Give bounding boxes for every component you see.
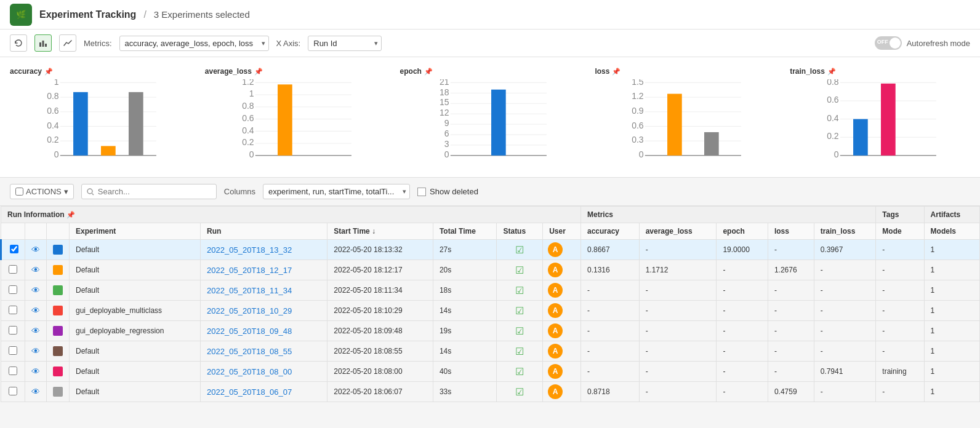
row-epoch-3: -	[717, 301, 768, 321]
search-input[interactable]	[98, 187, 211, 196]
row-status-1: ☑	[497, 260, 543, 280]
pin-icon: 📌	[827, 68, 836, 76]
row-checkbox-1[interactable]	[9, 265, 17, 274]
row-checkbox-4[interactable]	[9, 326, 17, 335]
run-link-2[interactable]: 2022_05_20T18_11_34	[207, 286, 292, 295]
row-checkbox-cell-6[interactable]	[1, 362, 25, 382]
row-epoch-5: -	[717, 341, 768, 362]
row-checkbox-3[interactable]	[9, 306, 17, 314]
columns-select[interactable]: experiment, run, startTime, totalTi...	[263, 184, 410, 199]
xaxis-select[interactable]: Run Id	[308, 36, 382, 51]
line-chart-view-button[interactable]	[59, 34, 76, 52]
table-row: 👁Default2022_05_20T18_08_002022-05-20 18…	[1, 362, 980, 382]
color-dot-1	[53, 265, 63, 275]
row-run-4[interactable]: 2022_05_20T18_09_48	[201, 321, 327, 341]
run-link-5[interactable]: 2022_05_20T18_08_55	[207, 347, 292, 356]
svg-text:0.8: 0.8	[827, 79, 839, 87]
eye-icon-2[interactable]: 👁	[31, 285, 40, 295]
row-checkbox-cell-2[interactable]	[1, 280, 25, 301]
svg-rect-82	[853, 119, 868, 156]
color-dot-6	[53, 367, 63, 376]
eye-icon-1[interactable]: 👁	[31, 265, 40, 275]
row-start-time-6: 2022-05-20 18:08:00	[327, 362, 433, 382]
row-checkbox-2[interactable]	[9, 285, 17, 294]
svg-text:0.8: 0.8	[242, 101, 254, 111]
run-link-0[interactable]: 2022_05_20T18_13_32	[207, 245, 292, 255]
eye-icon-4[interactable]: 👁	[31, 326, 40, 336]
row-run-3[interactable]: 2022_05_20T18_10_29	[201, 301, 327, 321]
refresh-button[interactable]	[10, 34, 27, 52]
col-header-start_time[interactable]: Start Time ↓	[327, 223, 433, 240]
run-link-7[interactable]: 2022_05_20T18_06_07	[207, 387, 292, 397]
row-train-loss-7: -	[814, 382, 876, 402]
row-total-time-3: 14s	[433, 301, 497, 321]
row-checkbox-cell-5[interactable]	[1, 341, 25, 362]
actions-checkbox[interactable]	[15, 188, 23, 196]
row-eye-cell-7[interactable]: 👁	[25, 382, 47, 402]
actions-button[interactable]: ACTIONS ▾	[10, 184, 74, 199]
show-deleted-label: Show deleted	[430, 187, 478, 196]
svg-text:12: 12	[440, 108, 449, 117]
row-eye-cell-0[interactable]: 👁	[25, 240, 47, 260]
row-checkbox-0[interactable]	[10, 245, 18, 253]
columns-select-wrapper[interactable]: experiment, run, startTime, totalTi...	[263, 184, 410, 199]
pin-icon: 📌	[254, 68, 263, 76]
row-run-7[interactable]: 2022_05_20T18_06_07	[201, 382, 327, 402]
svg-text:1: 1	[54, 79, 59, 87]
row-loss-2: -	[768, 280, 814, 301]
xaxis-select-wrapper[interactable]: Run Id	[308, 36, 382, 51]
autorefresh-toggle[interactable]: OFF	[875, 36, 902, 50]
row-train-loss-2: -	[814, 280, 876, 301]
row-experiment-3: gui_deployable_multiclass	[70, 301, 201, 321]
run-link-6[interactable]: 2022_05_20T18_08_00	[207, 367, 292, 376]
row-checkbox-cell-4[interactable]	[1, 321, 25, 341]
row-total-time-6: 40s	[433, 362, 497, 382]
row-run-2[interactable]: 2022_05_20T18_11_34	[201, 280, 327, 301]
metrics-label: Metrics:	[84, 39, 112, 48]
eye-icon-6[interactable]: 👁	[31, 367, 40, 376]
run-link-4[interactable]: 2022_05_20T18_09_48	[207, 327, 292, 336]
row-checkbox-5[interactable]	[9, 346, 17, 355]
eye-icon-7[interactable]: 👁	[31, 387, 40, 397]
metrics-select-wrapper[interactable]: accuracy, average_loss, epoch, loss	[119, 36, 269, 51]
chart-title-average_loss: average_loss 📌	[205, 67, 385, 76]
row-user-6: A	[543, 362, 581, 382]
row-checkbox-6[interactable]	[9, 367, 17, 375]
search-input-wrapper[interactable]	[81, 184, 217, 199]
show-deleted-area[interactable]: Show deleted	[417, 187, 478, 196]
row-eye-cell-4[interactable]: 👁	[25, 321, 47, 341]
row-color-cell-3	[47, 301, 70, 321]
svg-text:0.4: 0.4	[242, 125, 254, 135]
row-checkbox-cell-1[interactable]	[1, 260, 25, 280]
row-accuracy-4: -	[581, 321, 640, 341]
row-checkbox-cell-3[interactable]	[1, 301, 25, 321]
show-deleted-checkbox[interactable]	[417, 188, 426, 196]
eye-icon-0[interactable]: 👁	[31, 245, 40, 255]
row-eye-cell-1[interactable]: 👁	[25, 260, 47, 280]
row-checkbox-7[interactable]	[9, 387, 17, 395]
row-eye-cell-2[interactable]: 👁	[25, 280, 47, 301]
svg-text:15: 15	[440, 97, 449, 107]
eye-icon-3[interactable]: 👁	[31, 306, 40, 315]
svg-text:0.6: 0.6	[47, 106, 59, 116]
row-checkbox-cell-0[interactable]	[1, 240, 25, 260]
run-link-1[interactable]: 2022_05_20T18_12_17	[207, 266, 292, 275]
row-run-0[interactable]: 2022_05_20T18_13_32	[201, 240, 327, 260]
row-eye-cell-5[interactable]: 👁	[25, 341, 47, 362]
bar-chart-view-button[interactable]	[34, 34, 52, 52]
row-run-1[interactable]: 2022_05_20T18_12_17	[201, 260, 327, 280]
row-loss-0: -	[768, 240, 814, 260]
status-icon-2: ☑	[515, 285, 524, 296]
row-eye-cell-3[interactable]: 👁	[25, 301, 47, 321]
row-run-6[interactable]: 2022_05_20T18_08_00	[201, 362, 327, 382]
app-logo: 🌿	[10, 4, 32, 26]
row-checkbox-cell-7[interactable]	[1, 382, 25, 402]
eye-icon-5[interactable]: 👁	[31, 346, 40, 356]
row-run-5[interactable]: 2022_05_20T18_08_55	[201, 341, 327, 362]
run-link-3[interactable]: 2022_05_20T18_10_29	[207, 306, 292, 315]
metrics-select[interactable]: accuracy, average_loss, epoch, loss	[119, 36, 269, 51]
row-eye-cell-6[interactable]: 👁	[25, 362, 47, 382]
row-avg-loss-3: -	[639, 301, 717, 321]
svg-text:9: 9	[444, 118, 449, 128]
status-icon-6: ☑	[515, 367, 524, 377]
